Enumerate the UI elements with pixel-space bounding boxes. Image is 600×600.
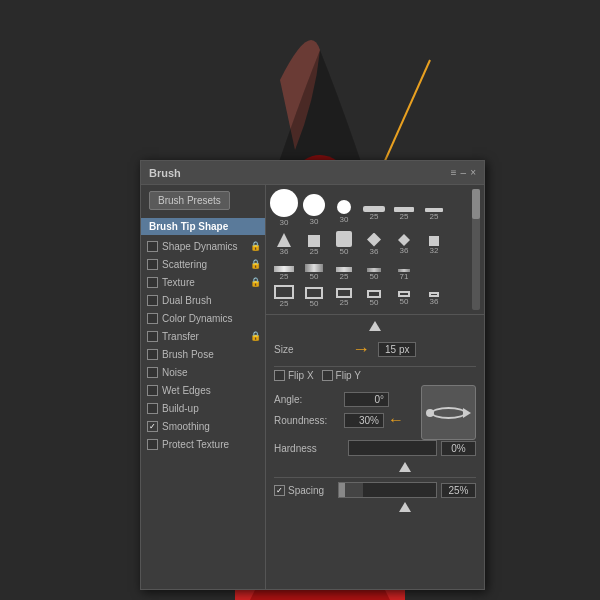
dial-section: Angle: Roundness: ← — [274, 385, 476, 440]
brush-cell-10[interactable]: 36 — [360, 230, 388, 256]
sidebar-item-shape-dynamics[interactable]: Shape Dynamics 🔒 — [141, 237, 265, 255]
angle-dial-box[interactable] — [421, 385, 476, 440]
hardness-triangle-slider[interactable] — [399, 462, 411, 472]
dial-handle-right[interactable] — [463, 408, 471, 418]
buildup-checkbox[interactable] — [147, 403, 158, 414]
flip-x-checkbox[interactable] — [274, 370, 285, 381]
sidebar-item-brush-pose[interactable]: Brush Pose — [141, 345, 265, 363]
brush-tip-shape-title[interactable]: Brush Tip Shape — [141, 218, 265, 235]
smoothing-checkbox[interactable] — [147, 421, 158, 432]
scrollbar-thumb[interactable] — [472, 189, 480, 219]
sidebar-item-transfer[interactable]: Transfer 🔒 — [141, 327, 265, 345]
brush-cell-11[interactable]: 36 — [390, 230, 418, 255]
dual-brush-checkbox[interactable] — [147, 295, 158, 306]
sidebar-item-color-dynamics[interactable]: Color Dynamics — [141, 309, 265, 327]
spacing-bar[interactable] — [338, 482, 437, 498]
brush-num: 25 — [400, 212, 409, 221]
brush-cell-9[interactable]: 50 — [330, 229, 358, 256]
protect-texture-checkbox[interactable] — [147, 439, 158, 450]
brush-cell-16[interactable]: 50 — [360, 258, 388, 281]
brush-presets-button[interactable]: Brush Presets — [149, 191, 230, 210]
brush-cell-4[interactable]: 25 — [360, 195, 388, 221]
panel-menu-btn[interactable]: ≡ — [451, 167, 457, 178]
sidebar-item-texture[interactable]: Texture 🔒 — [141, 273, 265, 291]
brush-shape — [305, 287, 323, 299]
brush-circle — [337, 200, 351, 214]
brush-cell-13[interactable]: 25 — [270, 259, 298, 281]
brush-num: 36 — [430, 297, 439, 306]
brush-cell-1[interactable]: 30 — [270, 189, 298, 227]
shape-dynamics-label: Shape Dynamics — [162, 241, 250, 252]
size-triangle-slider[interactable] — [369, 321, 381, 331]
hardness-row: Hardness 0% — [274, 440, 476, 456]
spacing-label[interactable]: ✓ Spacing — [274, 485, 334, 496]
spacing-slider-container — [274, 500, 476, 514]
brush-num: 32 — [430, 246, 439, 255]
sidebar-item-dual-brush[interactable]: Dual Brush — [141, 291, 265, 309]
brush-cell-2[interactable]: 30 — [300, 191, 328, 226]
sidebar-item-protect-texture[interactable]: Protect Texture — [141, 435, 265, 453]
flip-y-text: Flip Y — [336, 370, 361, 381]
brush-cell-5[interactable]: 25 — [390, 195, 418, 221]
flip-row: Flip X Flip Y — [274, 370, 476, 381]
color-dynamics-checkbox[interactable] — [147, 313, 158, 324]
flip-x-label[interactable]: Flip X — [274, 370, 314, 381]
size-value[interactable]: 15 px — [378, 342, 416, 357]
shape-dynamics-checkbox[interactable] — [147, 241, 158, 252]
brush-num: 36 — [370, 247, 379, 256]
panel-close-btn[interactable]: × — [470, 167, 476, 178]
flip-y-label[interactable]: Flip Y — [322, 370, 361, 381]
brush-cell-20[interactable]: 25 — [330, 284, 358, 307]
texture-checkbox[interactable] — [147, 277, 158, 288]
brush-num: 25 — [340, 272, 349, 281]
noise-checkbox[interactable] — [147, 367, 158, 378]
roundness-row: Roundness: ← — [274, 411, 413, 429]
roundness-arrow-icon: ← — [388, 411, 404, 429]
flip-y-checkbox[interactable] — [322, 370, 333, 381]
wet-edges-checkbox[interactable] — [147, 385, 158, 396]
spacing-checkbox[interactable]: ✓ — [274, 485, 285, 496]
brush-num: 25 — [370, 212, 379, 221]
brush-cell-8[interactable]: 25 — [300, 230, 328, 256]
brush-pose-checkbox[interactable] — [147, 349, 158, 360]
sidebar-item-buildup[interactable]: Build-up — [141, 399, 265, 417]
angle-input[interactable] — [344, 392, 389, 407]
roundness-input[interactable] — [344, 413, 384, 428]
dial-ellipse — [431, 407, 466, 419]
spacing-triangle-slider[interactable] — [399, 502, 411, 512]
brush-num: 36 — [280, 247, 289, 256]
scattering-checkbox[interactable] — [147, 259, 158, 270]
brush-shape — [308, 235, 320, 247]
panel-minimize-btn[interactable]: – — [461, 167, 467, 178]
sidebar-item-scattering[interactable]: Scattering 🔒 — [141, 255, 265, 273]
brush-cell-22[interactable]: 50 — [390, 285, 418, 306]
spacing-row: ✓ Spacing 25% — [274, 482, 476, 498]
hardness-value[interactable]: 0% — [441, 441, 476, 456]
brush-cell-23[interactable]: 36 — [420, 285, 448, 306]
sidebar-item-noise[interactable]: Noise — [141, 363, 265, 381]
brush-cell-18[interactable]: 25 — [270, 283, 298, 308]
transfer-checkbox[interactable] — [147, 331, 158, 342]
sidebar-item-smoothing[interactable]: Smoothing — [141, 417, 265, 435]
brush-cell-7[interactable]: 36 — [270, 229, 298, 256]
brush-cell-15[interactable]: 25 — [330, 258, 358, 281]
brush-row-4: 25 50 25 50 — [270, 283, 470, 308]
brush-shape — [429, 236, 439, 246]
texture-label: Texture — [162, 277, 250, 288]
dual-brush-label: Dual Brush — [162, 295, 261, 306]
hardness-bar[interactable] — [348, 440, 437, 456]
brush-cell-19[interactable]: 50 — [300, 284, 328, 308]
sidebar-item-wet-edges[interactable]: Wet Edges — [141, 381, 265, 399]
brush-cell-6[interactable]: 25 — [420, 195, 448, 221]
size-label: Size — [274, 344, 344, 355]
brush-shape — [274, 285, 294, 299]
spacing-value[interactable]: 25% — [441, 483, 476, 498]
brush-cell-12[interactable]: 32 — [420, 231, 448, 255]
grid-scrollbar[interactable] — [472, 189, 480, 310]
buildup-label: Build-up — [162, 403, 261, 414]
spacing-fill — [339, 483, 363, 497]
brush-cell-3[interactable]: 30 — [330, 193, 358, 224]
brush-cell-21[interactable]: 50 — [360, 285, 388, 307]
brush-cell-14[interactable]: 50 — [300, 259, 328, 281]
brush-cell-17[interactable]: 71 — [390, 258, 418, 281]
